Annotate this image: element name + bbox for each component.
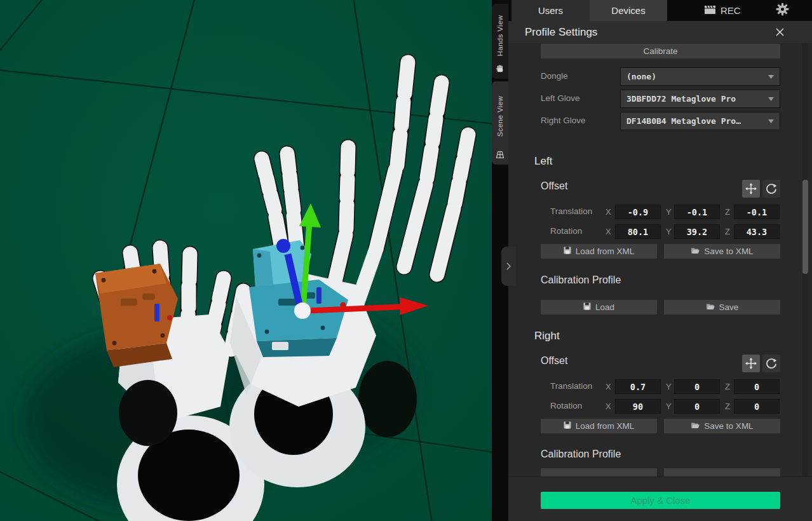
left-offset-heading: Offset xyxy=(541,180,567,192)
scene-grid-icon xyxy=(495,150,506,161)
left-rotation-z-input[interactable]: 43.3 xyxy=(734,224,780,239)
scene-view-label: Scene View xyxy=(496,96,504,137)
page-title: Profile Settings xyxy=(525,26,597,39)
calibrate-button[interactable]: Calibrate xyxy=(541,44,780,58)
left-rotation-label: Rotation xyxy=(550,226,582,236)
settings-panel: Users Devices REC xyxy=(508,0,812,521)
left-section-heading: Left xyxy=(534,155,552,168)
rec-button[interactable]: REC xyxy=(704,0,741,21)
right-rotation-z-input[interactable]: 0 xyxy=(734,399,780,414)
dongle-value: (none) xyxy=(626,72,656,81)
gear-icon xyxy=(776,3,789,18)
left-translation-y-input[interactable]: -0.1 xyxy=(674,205,720,219)
left-load-xml-label: Load from XML xyxy=(576,247,634,256)
chevron-down-icon xyxy=(768,75,774,79)
left-rotate-mode-button[interactable] xyxy=(762,180,780,198)
right-rotation-label: Rotation xyxy=(550,401,582,410)
axis-z-label: Z xyxy=(725,402,730,411)
left-glove-device xyxy=(95,264,178,367)
chevron-down-icon xyxy=(768,119,774,123)
tab-devices-label: Devices xyxy=(611,5,645,16)
left-rotation-x-input[interactable]: 80.1 xyxy=(615,224,661,239)
axis-x-label: X xyxy=(606,227,611,236)
3d-viewport[interactable] xyxy=(0,0,492,521)
right-save-xml-button[interactable]: Save to XML xyxy=(664,419,780,433)
right-calibration-heading: Calibration Profile xyxy=(541,449,621,460)
right-section-heading: Right xyxy=(534,330,560,342)
chevron-right-icon xyxy=(506,262,511,271)
tab-scene-view[interactable]: Scene View xyxy=(492,81,508,165)
left-load-xml-button[interactable]: Load from XML xyxy=(541,244,657,259)
tab-hands-view[interactable]: Hands View xyxy=(492,4,508,79)
left-calibration-load-label: Load xyxy=(595,302,614,312)
axis-z-label: Z xyxy=(725,382,730,391)
panel-scrollbar-thumb[interactable] xyxy=(802,180,808,274)
right-glove-label: Right Glove xyxy=(541,116,586,125)
right-rotation-x-input[interactable]: 90 xyxy=(615,399,661,414)
right-glove-value: DF14B0B4 Metaglove Pro… xyxy=(626,116,741,126)
rec-label: REC xyxy=(721,5,741,16)
viewport-canvas[interactable] xyxy=(0,0,492,521)
right-translate-mode-button[interactable] xyxy=(742,355,760,372)
left-calibration-save-button[interactable]: Save xyxy=(664,300,780,315)
axis-z-label: Z xyxy=(725,227,730,236)
left-translation-label: Translation xyxy=(550,206,592,216)
panel-scrollbar-track[interactable] xyxy=(802,43,808,477)
panel-top-tabbar: Users Devices REC xyxy=(508,0,812,21)
floppy-icon xyxy=(564,247,571,256)
left-save-xml-button[interactable]: Save to XML xyxy=(664,244,780,259)
close-icon xyxy=(775,27,785,37)
right-glove-select[interactable]: DF14B0B4 Metaglove Pro… xyxy=(620,112,780,130)
axis-x-label: X xyxy=(606,207,611,217)
right-translation-y-input[interactable]: 0 xyxy=(674,379,720,394)
right-rotate-mode-button[interactable] xyxy=(762,355,780,372)
right-translation-z-input[interactable]: 0 xyxy=(734,379,780,394)
left-calibration-load-button[interactable]: Load xyxy=(541,300,657,315)
right-load-xml-button[interactable]: Load from XML xyxy=(541,419,657,433)
left-save-xml-label: Save to XML xyxy=(704,247,753,256)
dongle-select[interactable]: (none) xyxy=(620,67,780,86)
hand-icon xyxy=(496,64,505,76)
folder-icon xyxy=(691,247,700,256)
right-offset-heading: Offset xyxy=(541,355,567,367)
left-calibration-heading: Calibration Profile xyxy=(541,274,621,286)
left-glove-label: Left Glove xyxy=(541,93,580,103)
calibrate-label: Calibrate xyxy=(643,46,677,56)
panel-bottom-bar: Apply & Close xyxy=(508,477,812,521)
hands-view-label: Hands View xyxy=(496,15,504,56)
move-icon xyxy=(745,183,757,194)
left-translate-mode-button[interactable] xyxy=(742,180,760,198)
right-load-xml-label: Load from XML xyxy=(576,421,634,431)
dongle-label: Dongle xyxy=(541,71,568,81)
axis-x-label: X xyxy=(606,382,611,391)
chevron-down-icon xyxy=(768,97,774,101)
panel-collapse-handle[interactable] xyxy=(501,247,516,286)
axis-y-label: Y xyxy=(666,402,672,411)
axis-z-label: Z xyxy=(725,207,730,217)
gizmo-origin-handle[interactable] xyxy=(294,302,311,319)
apply-close-button[interactable]: Apply & Close xyxy=(541,492,780,509)
rotate-icon xyxy=(766,183,777,194)
tab-users[interactable]: Users xyxy=(511,0,590,21)
left-calibration-save-label: Save xyxy=(719,302,739,312)
floppy-icon xyxy=(583,302,591,312)
profile-settings-header: Profile Settings xyxy=(508,21,812,43)
left-translation-z-input[interactable]: -0.1 xyxy=(734,205,780,219)
floppy-icon xyxy=(564,421,571,431)
axis-x-label: X xyxy=(606,402,611,411)
left-translation-x-input[interactable]: -0.9 xyxy=(615,205,661,219)
left-glove-select[interactable]: 3DBFDD72 Metaglove Pro xyxy=(620,90,780,108)
tab-users-label: Users xyxy=(538,5,563,16)
settings-gear-button[interactable] xyxy=(776,0,789,21)
close-button[interactable] xyxy=(775,27,785,37)
clapperboard-icon xyxy=(704,4,716,17)
axis-y-label: Y xyxy=(666,382,672,391)
left-rotation-y-input[interactable]: 39.2 xyxy=(674,224,720,239)
right-translation-label: Translation xyxy=(550,381,592,391)
axis-y-label: Y xyxy=(666,207,672,217)
right-translation-x-input[interactable]: 0.7 xyxy=(615,379,661,394)
right-rotation-y-input[interactable]: 0 xyxy=(674,399,720,414)
apply-close-label: Apply & Close xyxy=(630,495,690,506)
axis-y-label: Y xyxy=(666,227,672,236)
tab-devices[interactable]: Devices xyxy=(590,0,667,21)
